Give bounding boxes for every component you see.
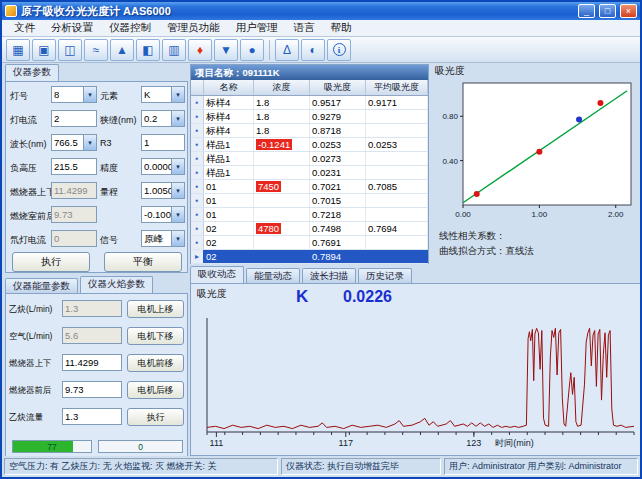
tab-instrument-params[interactable]: 仪器参数	[5, 64, 59, 81]
row-marker-icon: ▪	[191, 208, 204, 221]
param-input[interactable]: 1	[141, 134, 185, 151]
menu-item-file[interactable]: 文件	[6, 20, 43, 36]
params-button[interactable]: ▦	[6, 39, 30, 61]
param-label: 信号	[100, 234, 118, 247]
flame-params-body: 乙炔(L/min)1.3电机上移空气(L/min)5.6电机下移燃烧器上下11.…	[5, 293, 188, 457]
table-row[interactable]: ▪0247800.74980.7694	[191, 222, 428, 236]
about-button[interactable]: i	[327, 39, 351, 61]
about-icon: i	[333, 43, 346, 56]
cell-name: 标样4	[204, 110, 254, 123]
table-row[interactable]: ▪标样41.80.95170.9171	[191, 96, 428, 110]
param-input[interactable]: 766.5▾	[51, 134, 97, 151]
param-input[interactable]: 1.3	[62, 408, 122, 425]
table-row[interactable]: ▸020.7894	[191, 250, 428, 264]
menu-item-analysis-settings[interactable]: 分析设置	[43, 20, 101, 36]
tab-energy-params[interactable]: 仪器能量参数	[5, 278, 78, 293]
column-header[interactable]: 浓度	[254, 80, 310, 95]
param-label: 元素	[100, 90, 118, 103]
param-value: 9.73	[65, 384, 84, 395]
tab-flame-params[interactable]: 仪器火焰参数	[80, 276, 153, 293]
chevron-down-icon[interactable]: ▾	[171, 207, 184, 222]
menu-item-language[interactable]: 语言	[286, 20, 323, 36]
table-row[interactable]: ▪样品10.0273	[191, 152, 428, 166]
extinguish-button[interactable]: ▼	[214, 39, 238, 61]
tab-history[interactable]: 历史记录	[358, 268, 412, 283]
param-input[interactable]: 11.4299	[62, 354, 122, 371]
param-input[interactable]: 11.4299	[51, 182, 97, 199]
dynamic-panel: 吸收动态能量动态波长扫描历史记录 吸光度 K 0.0226 111117123时…	[190, 266, 641, 456]
cell-concentration: -0.1241	[254, 138, 310, 151]
motor-button[interactable]: 执行	[127, 408, 184, 426]
param-input[interactable]: 9.73	[62, 381, 122, 398]
minimize-button[interactable]: _	[578, 4, 595, 18]
flame-label: 乙炔(L/min)	[9, 304, 52, 316]
element-button[interactable]: ◫	[58, 39, 82, 61]
param-label: 量程	[100, 186, 118, 199]
param-input[interactable]: K▾	[141, 86, 185, 103]
energy-button[interactable]: ▲	[110, 39, 134, 61]
menu-item-admin-functions[interactable]: 管理员功能	[159, 20, 228, 36]
param-input[interactable]: 8▾	[51, 86, 97, 103]
column-header[interactable]: 平均吸光度	[366, 80, 428, 95]
lamp-button[interactable]: ▣	[32, 39, 56, 61]
column-header[interactable]: 吸光度	[310, 80, 366, 95]
table-row[interactable]: ▪样品1-0.12410.02530.0253	[191, 138, 428, 152]
balance-button[interactable]: 平衡	[104, 252, 182, 272]
execute-button[interactable]: 执行	[12, 252, 90, 272]
param-input[interactable]: 1.0050▾	[141, 182, 185, 199]
column-header[interactable]: 名称	[204, 80, 254, 95]
table-row[interactable]: ▪0174500.70210.7085	[191, 180, 428, 194]
cell-absorbance: 0.0273	[310, 152, 366, 165]
table-row[interactable]: ▪010.7218	[191, 208, 428, 222]
toolbar: ▦▣◫≈▲◧▥♦▼●Δ◐i	[2, 37, 640, 63]
row-marker-icon: ▪	[191, 110, 204, 123]
chevron-down-icon[interactable]: ▾	[83, 87, 96, 102]
table-row[interactable]: ▪010.7015	[191, 194, 428, 208]
chevron-down-icon[interactable]: ▾	[171, 159, 184, 174]
row-marker-icon: ▪	[191, 96, 204, 109]
chevron-down-icon[interactable]: ▾	[171, 183, 184, 198]
tab-wavelength-scan[interactable]: 波长扫描	[302, 268, 356, 283]
menu-item-instrument-control[interactable]: 仪器控制	[101, 20, 159, 36]
table-row[interactable]: ▪样品10.0231	[191, 166, 428, 180]
menu-item-user-management[interactable]: 用户管理	[228, 20, 286, 36]
maximize-button[interactable]: □	[599, 4, 616, 18]
cell-absorbance: 0.7015	[310, 194, 366, 207]
tab-energy-dynamic[interactable]: 能量动态	[246, 268, 300, 283]
param-input[interactable]: 0.0000▾	[141, 158, 185, 175]
chevron-down-icon[interactable]: ▾	[171, 87, 184, 102]
measure-button[interactable]: ●	[240, 39, 264, 61]
gain-icon: ◧	[142, 44, 153, 56]
param-input[interactable]: -0.1000▾	[141, 206, 185, 223]
param-input[interactable]: 0	[51, 230, 97, 247]
motor-button[interactable]: 电机上移	[127, 300, 184, 318]
table-row[interactable]: ▪标样41.80.8718	[191, 124, 428, 138]
chevron-down-icon[interactable]: ▾	[171, 231, 184, 246]
param-value: K	[144, 89, 150, 100]
menu-item-help[interactable]: 帮助	[323, 20, 360, 36]
motor-button[interactable]: 电机后移	[127, 381, 184, 399]
balance-button[interactable]: Δ	[275, 39, 299, 61]
param-input[interactable]: 5.6	[62, 327, 122, 344]
param-input[interactable]: 215.5	[51, 158, 97, 175]
gauge-button[interactable]: ◐	[301, 39, 325, 61]
close-button[interactable]: ×	[620, 4, 637, 18]
table-row[interactable]: ▪标样41.80.9279	[191, 110, 428, 124]
param-input[interactable]: 0.2▾	[141, 110, 185, 127]
gain-button[interactable]: ◧	[136, 39, 160, 61]
ignite-flame-button[interactable]: ♦	[188, 39, 212, 61]
motor-button[interactable]: 电机下移	[127, 327, 184, 345]
param-input[interactable]: 2	[51, 110, 97, 127]
param-input[interactable]: 原峰▾	[141, 230, 185, 247]
param-input[interactable]: 1.3	[62, 300, 122, 317]
row-marker-icon: ▪	[191, 194, 204, 207]
burner-button[interactable]: ▥	[162, 39, 186, 61]
chevron-down-icon[interactable]: ▾	[171, 111, 184, 126]
tab-absorb-dynamic[interactable]: 吸收动态	[190, 266, 244, 283]
chevron-down-icon[interactable]: ▾	[83, 135, 96, 150]
table-row[interactable]: ▪020.7691	[191, 236, 428, 250]
wavelength-button[interactable]: ≈	[84, 39, 108, 61]
motor-button[interactable]: 电机前移	[127, 354, 184, 372]
dynamic-body: 吸光度 K 0.0226 111117123时间(min)	[190, 283, 641, 456]
param-input[interactable]: 9.73	[51, 206, 97, 223]
